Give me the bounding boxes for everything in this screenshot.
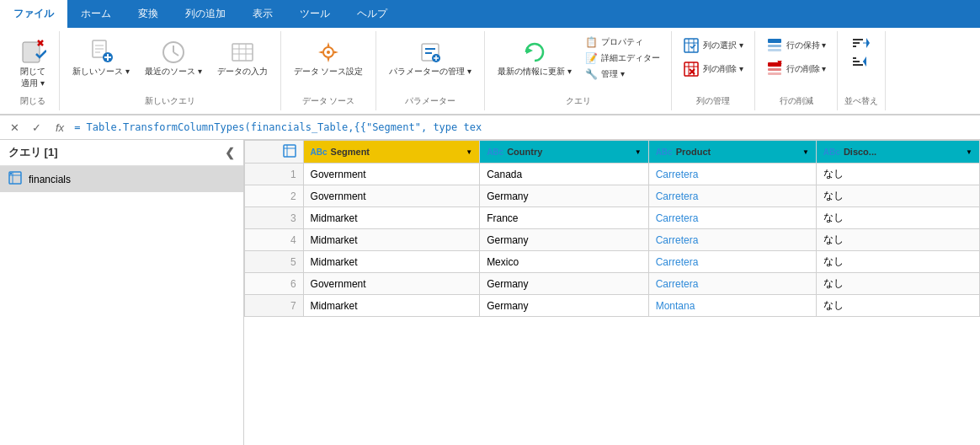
tab-file[interactable]: ファイル	[0, 0, 67, 28]
sort-asc-button[interactable]	[847, 35, 876, 51]
svg-marker-26	[526, 47, 533, 54]
country-dropdown-icon[interactable]: ▼	[635, 148, 642, 156]
col-header-discount[interactable]: ABc Disco... ▼	[816, 141, 979, 164]
ribbon-tabs: ファイル ホーム 変換 列の追加 表示 ツール ヘルプ	[0, 0, 980, 28]
svg-rect-42	[768, 72, 781, 75]
remove-columns-button[interactable]: 列の削除 ▾	[679, 58, 748, 80]
tab-home[interactable]: ホーム	[67, 0, 125, 28]
cell-product-0: Carretera	[648, 164, 816, 185]
cell-segment-0: Government	[303, 164, 480, 185]
svg-marker-48	[866, 38, 870, 48]
recent-source-label: 最近のソース ▾	[145, 66, 202, 78]
group-column-manage-label: 列の管理	[696, 95, 730, 107]
svg-rect-38	[768, 45, 781, 47]
table-row[interactable]: 5 Midmarket Mexico Carretera なし	[245, 251, 980, 273]
ribbon-content: 閉じて適用 ▾ 閉じる	[0, 28, 980, 115]
svg-rect-39	[768, 49, 781, 51]
cell-segment-4: Midmarket	[303, 251, 480, 273]
manage-button[interactable]: 🔧 管理 ▾	[581, 67, 664, 82]
cell-rownum-5: 6	[245, 273, 304, 295]
manage-params-label: パラメーターの管理 ▾	[389, 66, 471, 78]
tab-view[interactable]: 表示	[239, 0, 286, 28]
sidebar-collapse-button[interactable]: ❮	[225, 146, 235, 159]
manage-params-button[interactable]: パラメーターの管理 ▾	[383, 35, 477, 82]
table-row[interactable]: 4 Midmarket Germany Carretera なし	[245, 229, 980, 251]
table-row[interactable]: 3 Midmarket France Carretera なし	[245, 207, 980, 229]
formula-bar: ✕ ✓ fx	[0, 115, 980, 140]
advanced-editor-button[interactable]: 📝 詳細エディター	[581, 51, 664, 66]
advanced-editor-label: 詳細エディター	[601, 52, 660, 64]
col-header-segment[interactable]: ABc Segment ▼	[303, 141, 480, 164]
cell-country-3: Germany	[480, 229, 649, 251]
svg-rect-27	[684, 39, 698, 52]
group-datasource: データ ソース設定 データ ソース	[281, 31, 377, 110]
col-header-rownum	[245, 141, 304, 164]
sort-desc-icon	[851, 56, 871, 67]
refresh-label: 最新の情報に更新 ▾	[498, 66, 572, 78]
group-sort: 並べ替え	[838, 31, 886, 110]
segment-col-name: Segment	[331, 147, 370, 157]
discount-col-type: ABc	[823, 147, 840, 157]
tab-transform[interactable]: 変換	[125, 0, 172, 28]
svg-rect-0	[23, 42, 40, 62]
choose-columns-button[interactable]: 列の選択 ▾	[679, 35, 748, 56]
svg-rect-58	[10, 173, 12, 174]
svg-rect-31	[684, 62, 698, 76]
sidebar-item-financials[interactable]: financials	[0, 166, 243, 192]
col-header-country[interactable]: ABc Country ▼	[480, 141, 649, 164]
svg-line-12	[173, 52, 178, 56]
remove-rows-button[interactable]: 行の削除 ▾	[762, 58, 831, 80]
formula-confirm-button[interactable]: ✓	[27, 118, 45, 137]
sidebar-header: クエリ [1] ❮	[0, 140, 243, 166]
formula-input[interactable]	[74, 121, 975, 133]
close-apply-label: 閉じて適用 ▾	[20, 66, 45, 89]
choose-columns-icon	[683, 37, 700, 54]
group-sort-label: 並べ替え	[844, 95, 878, 107]
table-row[interactable]: 1 Government Canada Carretera なし	[245, 164, 980, 185]
keep-rows-icon	[766, 37, 783, 54]
data-input-button[interactable]: データの入力	[211, 35, 274, 82]
cell-rownum-0: 1	[245, 164, 304, 185]
recent-source-button[interactable]: 最近のソース ▾	[139, 35, 208, 82]
cell-product-6: Montana	[648, 295, 816, 317]
refresh-button[interactable]: 最新の情報に更新 ▾	[492, 35, 578, 82]
properties-button[interactable]: 📋 プロパティ	[581, 35, 664, 50]
remove-columns-icon	[683, 61, 700, 78]
cell-discount-0: なし	[816, 164, 979, 185]
manage-icon: 🔧	[585, 68, 598, 80]
remove-rows-label: 行の削除 ▾	[786, 63, 827, 75]
new-source-button[interactable]: 新しいソース ▾	[67, 35, 136, 82]
formula-cancel-button[interactable]: ✕	[5, 118, 24, 137]
col-header-product[interactable]: ABc Product ▼	[648, 141, 816, 164]
datasource-settings-button[interactable]: データ ソース設定	[288, 35, 370, 82]
group-row-reduce: 行の保持 ▾ 行の削除 ▾ 行の削減	[755, 31, 839, 110]
cell-segment-2: Midmarket	[303, 207, 480, 229]
close-apply-button[interactable]: 閉じて適用 ▾	[13, 35, 52, 94]
table-row[interactable]: 6 Government Germany Carretera なし	[245, 273, 980, 295]
cell-discount-1: なし	[816, 185, 979, 207]
datasource-settings-icon	[315, 39, 342, 66]
country-col-name: Country	[507, 147, 542, 157]
data-table: ABc Segment ▼ ABc Country ▼	[244, 140, 980, 317]
cell-segment-1: Government	[303, 185, 480, 207]
svg-rect-13	[232, 44, 253, 61]
tab-tools[interactable]: ツール	[286, 0, 344, 28]
tab-add-column[interactable]: 列の追加	[172, 0, 239, 28]
manage-label: 管理 ▾	[601, 68, 625, 80]
cell-rownum-4: 5	[245, 251, 304, 273]
remove-columns-label: 列の削除 ▾	[703, 63, 743, 75]
product-dropdown-icon[interactable]: ▼	[802, 148, 809, 156]
group-column-manage: 列の選択 ▾ 列の削除 ▾ 列の管	[672, 31, 755, 110]
cell-discount-4: なし	[816, 251, 979, 273]
group-datasource-label: データ ソース	[302, 95, 355, 107]
keep-rows-button[interactable]: 行の保持 ▾	[762, 35, 831, 56]
tab-help[interactable]: ヘルプ	[344, 0, 401, 28]
table-row[interactable]: 2 Government Germany Carretera なし	[245, 185, 980, 207]
segment-dropdown-icon[interactable]: ▼	[466, 148, 472, 156]
discount-dropdown-icon[interactable]: ▼	[966, 148, 972, 156]
table-row[interactable]: 7 Midmarket Germany Montana なし	[245, 295, 980, 317]
cell-segment-6: Midmarket	[303, 295, 480, 317]
sidebar: クエリ [1] ❮ financials	[0, 140, 244, 445]
table-area[interactable]: ABc Segment ▼ ABc Country ▼	[244, 140, 980, 445]
sort-desc-button[interactable]	[847, 53, 876, 70]
